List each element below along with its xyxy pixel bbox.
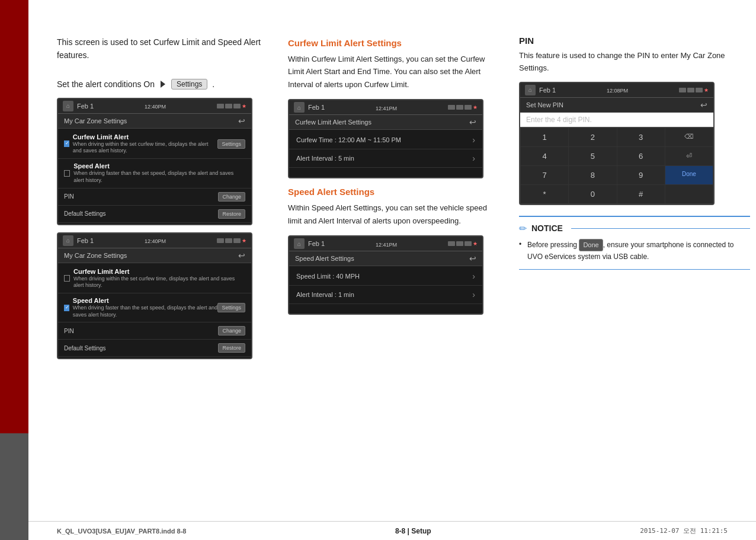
key-done[interactable]: Done bbox=[665, 166, 713, 184]
restore-btn-2[interactable]: Restore bbox=[218, 343, 245, 353]
battery-icon-1 bbox=[233, 104, 241, 108]
back-icon-p: ↩ bbox=[700, 100, 707, 110]
speed-screen-time: 12:41PM bbox=[376, 239, 397, 248]
wifi-icon-p bbox=[687, 88, 694, 92]
star-icon-2: ★ bbox=[242, 238, 246, 244]
battery-icon-s bbox=[465, 241, 472, 246]
speed-interval-label: Alert Interval : 1 min bbox=[296, 291, 354, 298]
speed-label-1: Speed Alert bbox=[73, 162, 110, 170]
speed-sub-1: When driving faster than the set speed, … bbox=[73, 170, 245, 184]
battery-icon-c bbox=[465, 105, 472, 110]
curfew-settings-btn-1[interactable]: Settings bbox=[217, 139, 245, 149]
main-content: This screen is used to set Curfew Limit … bbox=[28, 0, 756, 540]
signal-icon-p bbox=[679, 88, 686, 92]
star-icon-c: ★ bbox=[473, 104, 478, 110]
key-2[interactable]: 2 bbox=[569, 128, 616, 146]
screen1-row2: Speed Alert When driving faster than the… bbox=[58, 159, 251, 188]
speed-interval-row: Alert Interval : 1 min › bbox=[289, 286, 482, 304]
device-header-1: ⌂ Feb 1 12:40PM ★ bbox=[58, 99, 251, 114]
device-screen-1: ⌂ Feb 1 12:40PM ★ My Car Zone Settings ↩ bbox=[57, 98, 252, 225]
home-icon-pin: ⌂ bbox=[525, 85, 536, 95]
key-5[interactable]: 5 bbox=[569, 147, 616, 165]
pin-screen-title: Set New PIN bbox=[526, 101, 563, 108]
back-icon-c: ↩ bbox=[469, 117, 476, 127]
wifi-icon-s bbox=[456, 241, 463, 246]
screen2-time: 12:40PM bbox=[145, 236, 166, 245]
curfew-section-title: Curfew Limit Alert Settings bbox=[288, 38, 501, 48]
intro-text: This screen is used to set Curfew Limit … bbox=[57, 36, 270, 62]
curfew-screen-time: 12:41PM bbox=[376, 103, 397, 112]
screen1-date: Feb 1 bbox=[77, 103, 94, 110]
signal-icon-c bbox=[448, 105, 455, 110]
restore-btn-1[interactable]: Restore bbox=[218, 209, 245, 219]
col-left: This screen is used to set Curfew Limit … bbox=[57, 36, 288, 516]
curfew-mid-body: Curfew Time : 12:00 AM ~ 11:50 PM › Aler… bbox=[289, 130, 482, 177]
key-9[interactable]: 9 bbox=[617, 166, 665, 184]
notice-title: NOTICE bbox=[531, 223, 563, 233]
pin-screen-date: Feb 1 bbox=[539, 87, 556, 94]
pin-label-1: PIN bbox=[64, 193, 74, 200]
curfew-time-label: Curfew Time : 12:00 AM ~ 11:50 PM bbox=[296, 136, 401, 143]
battery-icon-2 bbox=[233, 238, 241, 243]
left-sidebar-bottom bbox=[0, 433, 28, 540]
curfew-section-body: Within Curfew Limit Alert Settings, you … bbox=[288, 53, 501, 91]
alert-dot: . bbox=[212, 79, 214, 89]
key-7[interactable]: 7 bbox=[521, 166, 568, 184]
footer-file: K_QL_UVO3[USA_EU]AV_PART8.indd 8-8 bbox=[57, 528, 186, 535]
speed-mid-body: Speed Limit : 40 MPH › Alert Interval : … bbox=[289, 266, 482, 314]
key-hash[interactable]: # bbox=[617, 185, 665, 203]
key-empty bbox=[665, 185, 713, 203]
curfew-interval-label: Alert Interval : 5 min bbox=[296, 155, 354, 162]
pin-change-btn-1[interactable]: Change bbox=[218, 192, 245, 202]
pin-input-row: Enter the 4 digit PIN. bbox=[520, 113, 713, 127]
pin-change-btn-2[interactable]: Change bbox=[218, 326, 245, 335]
notice-list: Before pressing Done, ensure your smartp… bbox=[519, 239, 750, 263]
screen2-titlebar: My Car Zone Settings ↩ bbox=[58, 248, 251, 263]
curfew-chev-1: › bbox=[472, 135, 475, 145]
notice-box: ✏ NOTICE Before pressing Done, ensure yo… bbox=[519, 216, 750, 270]
key-backspace[interactable]: ⌫ bbox=[665, 128, 713, 146]
footer-page: 8-8 | Setup bbox=[395, 527, 431, 535]
key-8[interactable]: 8 bbox=[569, 166, 616, 184]
speed-device-icons: ★ bbox=[448, 241, 478, 247]
done-badge: Done bbox=[579, 239, 603, 252]
curfew-sub-2: When driving within the set curfew time,… bbox=[73, 276, 245, 289]
pin-screen-time: 12:08PM bbox=[607, 85, 628, 94]
battery-icon-p bbox=[696, 88, 703, 92]
pin-input-placeholder: Enter the 4 digit PIN. bbox=[526, 116, 592, 124]
speed-checkbox-1 bbox=[64, 170, 70, 177]
screen1-body: Curfew Limit Alert When driving within t… bbox=[58, 129, 251, 224]
default-label-1: Default Settings bbox=[64, 210, 106, 217]
speed-sub-2: When driving faster than the set speed, … bbox=[73, 305, 218, 318]
screen1-row1: Curfew Limit Alert When driving within t… bbox=[58, 130, 251, 159]
speed-settings-btn-2[interactable]: Settings bbox=[217, 303, 245, 312]
pin-device-icons: ★ bbox=[679, 87, 709, 93]
key-3[interactable]: 3 bbox=[617, 128, 665, 146]
key-0[interactable]: 0 bbox=[569, 185, 616, 203]
key-4[interactable]: 4 bbox=[521, 147, 568, 165]
star-icon-p: ★ bbox=[704, 87, 709, 93]
notice-pencil-icon: ✏ bbox=[519, 223, 527, 234]
screen2-row2: Speed Alert When driving faster than the… bbox=[58, 293, 251, 322]
default-label-2: Default Settings bbox=[64, 345, 106, 352]
signal-icon-2 bbox=[217, 238, 224, 243]
speed-screen-date: Feb 1 bbox=[308, 240, 325, 247]
curfew-interval-row: Alert Interval : 5 min › bbox=[289, 149, 482, 168]
screen2-body: Curfew Limit Alert When driving within t… bbox=[58, 263, 251, 359]
speed-chev-1: › bbox=[472, 271, 475, 281]
curfew-time-row: Curfew Time : 12:00 AM ~ 11:50 PM › bbox=[289, 131, 482, 149]
key-6[interactable]: 6 bbox=[617, 147, 665, 165]
home-icon-curfew: ⌂ bbox=[294, 102, 305, 113]
speed-device-screen: ⌂ Feb 1 12:41PM ★ Speed Alert Settings ↩ bbox=[288, 235, 483, 315]
arrow-right-icon bbox=[161, 81, 165, 88]
speed-titlebar: Speed Alert Settings ↩ bbox=[289, 251, 482, 266]
screen1-row4: Default Settings Restore bbox=[58, 206, 251, 223]
device-header-2: ⌂ Feb 1 12:40PM ★ bbox=[58, 234, 251, 248]
key-star[interactable]: * bbox=[521, 185, 568, 203]
speed-screen-title: Speed Alert Settings bbox=[295, 255, 354, 262]
key-enter[interactable]: ⏎ bbox=[665, 147, 713, 165]
footer-date: 2015-12-07 오전 11:21:5 bbox=[640, 526, 728, 535]
home-icon-2: ⌂ bbox=[63, 235, 73, 246]
screen1-title: My Car Zone Settings bbox=[64, 117, 127, 124]
key-1[interactable]: 1 bbox=[521, 128, 568, 146]
